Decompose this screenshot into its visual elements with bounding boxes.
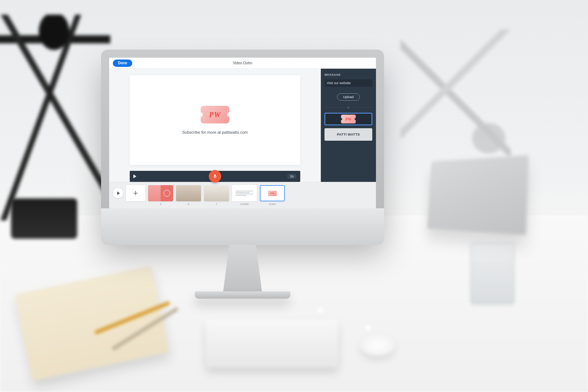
slide-thumbnail-7[interactable] xyxy=(204,185,229,201)
record-narration-button[interactable] xyxy=(209,170,221,183)
brand-logo: PW xyxy=(201,106,229,123)
done-button[interactable]: Done xyxy=(113,60,132,67)
desk-lamp-right xyxy=(401,29,511,169)
stage-column: PW Subscribe for more at pattiwatts.com … xyxy=(109,69,321,182)
slide-caption: Subscribe for more at pattiwatts.com xyxy=(182,130,248,134)
page-title: Video Outro xyxy=(109,61,376,65)
message-label: MESSAGE xyxy=(325,73,372,76)
play-icon xyxy=(117,191,120,195)
storyboard-item: 6 xyxy=(176,185,201,206)
desk-lamp-left-base xyxy=(11,198,77,239)
play-icon[interactable] xyxy=(133,175,136,178)
slide-label: Outro xyxy=(269,202,276,206)
laptop-prop xyxy=(427,155,528,235)
brand-asset-text[interactable]: PATTI WATTS xyxy=(325,128,372,141)
brand-asset-logo[interactable]: PW xyxy=(325,113,372,125)
slide-thumbnail-5[interactable] xyxy=(148,185,173,201)
outro-slide-preview: PW Subscribe for more at pattiwatts.com xyxy=(130,75,300,165)
storyboard-item: Credits xyxy=(232,185,257,206)
slide-label: Credits xyxy=(240,202,249,206)
workspace: PW Subscribe for more at pattiwatts.com … xyxy=(109,69,376,182)
side-panel: MESSAGE Upload or PW PATTI WATTS xyxy=(321,69,376,182)
upload-button[interactable]: Upload xyxy=(337,93,360,101)
slide-thumbnail-outro[interactable]: PW xyxy=(260,185,285,201)
desk-lamp-left xyxy=(0,15,110,220)
slide-thumbnail-6[interactable] xyxy=(176,185,201,201)
slide-thumbnail-credits[interactable] xyxy=(232,185,257,201)
app-window: Done Video Outro PW Subscribe for more a… xyxy=(109,58,376,208)
microphone-icon xyxy=(212,174,218,179)
slide-duration[interactable]: 2s xyxy=(287,174,297,179)
slide-label: 6 xyxy=(188,202,189,206)
slide-label: 7 xyxy=(216,202,217,206)
player-bar: 2s xyxy=(130,171,300,182)
earbuds-prop xyxy=(301,287,397,345)
brand-asset-logo-icon: PW xyxy=(341,115,356,123)
water-glass xyxy=(470,242,514,305)
brand-logo-text: PW xyxy=(209,111,221,119)
outro-thumb-badge: PW xyxy=(268,191,277,196)
storyboard-item: PW Outro xyxy=(260,185,285,206)
imac: Done Video Outro PW Subscribe for more a… xyxy=(101,50,384,237)
storyboard-item: 7 xyxy=(204,185,229,206)
or-label: or xyxy=(347,106,349,109)
add-slide-button[interactable]: + xyxy=(126,185,145,201)
imac-chin xyxy=(101,208,384,245)
message-input[interactable] xyxy=(325,79,372,87)
scene: Done Video Outro PW Subscribe for more a… xyxy=(0,0,588,392)
storyboard-play-button[interactable] xyxy=(113,188,123,198)
slide-label: 5 xyxy=(160,202,161,206)
storyboard: + 5 6 7 xyxy=(109,182,376,208)
or-divider: or xyxy=(325,106,372,109)
topbar: Done Video Outro xyxy=(109,58,376,69)
imac-stand-foot xyxy=(195,291,290,299)
storyboard-item: 5 xyxy=(148,185,173,206)
